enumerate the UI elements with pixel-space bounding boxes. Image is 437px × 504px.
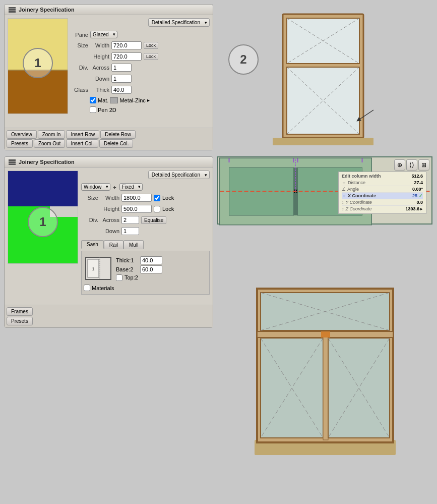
delete-col-btn[interactable]: Delete Col.	[99, 139, 133, 148]
rail-tab[interactable]: Rail	[104, 240, 123, 249]
thick1-input[interactable]	[140, 256, 162, 264]
fixed-label: Fixed	[122, 184, 134, 190]
bottom-down-input[interactable]	[121, 227, 139, 235]
mat-label: Mat.	[98, 97, 108, 103]
overview-btn[interactable]: Overview	[7, 130, 37, 139]
bottom-panel-icon	[9, 159, 16, 165]
height-input[interactable]: 720.0	[111, 52, 142, 61]
frames-btn[interactable]: Frames	[7, 307, 33, 316]
angle-icon: ∠	[342, 187, 346, 192]
down-row: Down	[71, 75, 210, 83]
div-label: Div.	[71, 65, 88, 71]
height-row: Height 720.0 Lock	[71, 52, 210, 61]
top2-label: Top:2	[124, 274, 138, 281]
materials-checkbox[interactable]	[84, 285, 90, 291]
pen2d-checkbox[interactable]	[90, 106, 96, 113]
bottom-across-input[interactable]	[121, 216, 139, 224]
equalise-btn[interactable]: Equalise	[141, 216, 166, 224]
thick-input[interactable]	[111, 86, 132, 94]
spec-dropdown-bottom[interactable]: Detailed Specification	[148, 171, 210, 179]
angle-value: 0.00°	[412, 187, 423, 192]
bottom-panel-buttons: Frames Presets	[5, 305, 213, 327]
materials-row: Materials	[84, 285, 207, 291]
fixed-select[interactable]: Fixed	[119, 183, 143, 191]
materials-label: Materials	[92, 285, 114, 291]
xcoord-row[interactable]: ↔ X Coordinate 25 ✓	[342, 193, 423, 199]
bottom-width-input[interactable]	[121, 194, 152, 202]
down-input[interactable]	[111, 75, 132, 83]
width-lock[interactable]: Lock	[144, 42, 158, 49]
ycoord-label: Y Coordinate	[344, 200, 417, 205]
angle-label: Angle	[346, 187, 412, 192]
top-panel-body: 1 Detailed Specification Pane Glazed Siz…	[5, 15, 213, 117]
door-svg	[268, 9, 379, 145]
bottom-height-lock-label: Lock	[162, 206, 174, 212]
base2-row: Base:2	[116, 265, 162, 273]
bottom-down-label: Down	[100, 228, 119, 234]
circle-1-bottom: 1	[28, 207, 58, 237]
mull-tab[interactable]: Mull	[123, 240, 144, 249]
top2-row: Top:2	[116, 274, 162, 281]
bottom-width-row: Size Width Lock	[81, 194, 210, 202]
bottom-width-label: Width	[100, 195, 119, 201]
bottom-panel-titlebar: Joinery Specification	[5, 157, 213, 167]
width-input[interactable]: 720.0	[111, 41, 142, 49]
bottom-width-lock[interactable]	[154, 195, 160, 201]
bottom-preview-box: 1	[8, 171, 78, 264]
bottom-height-lock[interactable]	[154, 206, 160, 212]
top-door-preview: 2	[213, 4, 432, 150]
top2-checkbox[interactable]	[116, 274, 122, 281]
distance-value: 27.4	[414, 180, 423, 185]
sash-tab[interactable]: Sash	[81, 240, 104, 249]
bottom-height-input[interactable]	[121, 205, 152, 213]
bottom-btn-row: Frames	[7, 307, 211, 316]
presets-btn-bottom[interactable]: Presets	[7, 317, 33, 325]
mat-color-box	[110, 97, 118, 103]
insert-row-btn[interactable]: Insert Row	[66, 130, 99, 139]
svg-rect-16	[220, 215, 371, 225]
base2-label: Base:2	[116, 266, 138, 272]
edit-title-row: Edit column width 512.6	[342, 174, 423, 179]
zoom-out-btn[interactable]: Zoom Out	[34, 139, 65, 148]
window-3d-view	[217, 229, 432, 499]
across-input[interactable]	[111, 64, 132, 72]
delete-row-btn[interactable]: Delete Row	[100, 130, 136, 139]
presets-btn-top[interactable]: Presets	[7, 139, 33, 148]
height-lock[interactable]: Lock	[144, 53, 158, 60]
distance-label: Distance	[346, 180, 414, 185]
zcoord-row: ↕ Z Coordinate 1393.6 ▸	[342, 206, 423, 212]
pane-select[interactable]: Glazed	[90, 31, 117, 38]
bottom-across-label: Across	[100, 217, 119, 223]
btn-row-2: Presets Zoom Out Insert Col. Delete Col.	[7, 139, 211, 148]
zoom-in-btn[interactable]: Zoom In	[38, 130, 66, 139]
thick-label: Thick	[90, 87, 109, 93]
base2-input[interactable]	[140, 265, 162, 273]
xcoord-value: 25	[412, 193, 417, 198]
circle-2-top: 2	[228, 44, 259, 75]
pane-value: Glazed	[93, 32, 109, 37]
bottom-height-label: Height	[100, 206, 119, 212]
insert-col-btn[interactable]: Insert Col.	[66, 139, 98, 148]
bottom-spec-dropdown-row: Detailed Specification	[81, 171, 210, 179]
thick-fields-row: 1 ← 2 → Thick:1 Base:2	[84, 255, 207, 283]
width-row: Size Width 720.0 Lock	[71, 41, 210, 49]
btn-row-1: Overview Zoom In Insert Row Delete Row	[7, 130, 211, 139]
window-label: Window	[84, 184, 102, 190]
window-select[interactable]: Window	[81, 183, 110, 191]
xcoord-label: X Coordinate	[346, 193, 412, 198]
tab-row: Sash Rail Mull	[81, 240, 210, 249]
across-row: Div. Across	[71, 64, 210, 72]
window-plan-container: ⊕ ⟨⟩ ⊞	[217, 156, 432, 225]
spec-dropdown-row: Detailed Specification	[71, 18, 210, 27]
height-label: Height	[90, 53, 109, 60]
mat-checkbox[interactable]	[90, 97, 96, 103]
edit-title-value: 512.6	[411, 174, 423, 179]
edit-title: Edit column width	[342, 174, 381, 179]
pen2d-label: Pen 2D	[98, 107, 116, 113]
svg-text:1: 1	[92, 266, 94, 271]
thick1-label: Thick:1	[116, 257, 138, 263]
zcoord-value: 1393.6	[405, 206, 419, 211]
svg-rect-38	[323, 334, 328, 440]
spec-dropdown-top[interactable]: Detailed Specification	[148, 18, 210, 27]
sash-diagram-wrapper: 1 ← 2 →	[84, 255, 113, 283]
